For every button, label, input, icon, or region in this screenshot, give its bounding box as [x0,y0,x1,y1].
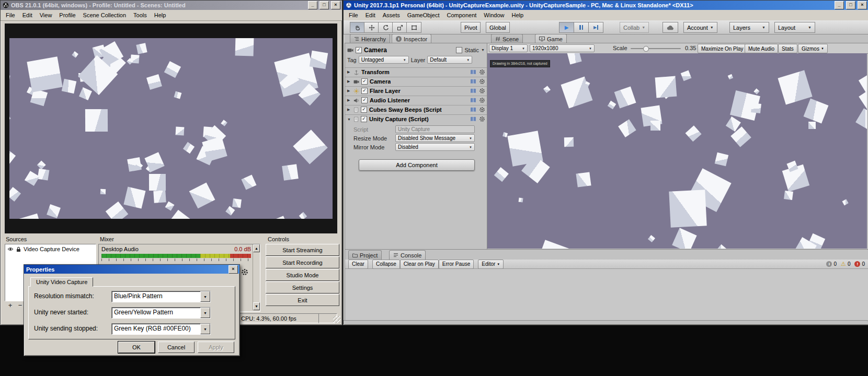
tab-inspector[interactable]: i Inspector [392,34,431,43]
editor-dropdown[interactable]: Editor▼ [478,260,504,269]
obs-menu-scene-collection[interactable]: Scene Collection [79,11,130,19]
obs-close-button[interactable]: × [331,1,340,9]
scroll-up-icon[interactable]: ▲ [253,244,260,252]
unity-minimize-button[interactable]: _ [835,1,844,9]
unity-maximize-button[interactable]: □ [846,1,855,9]
step-button[interactable]: ▶ [588,22,603,33]
dialog-titlebar[interactable]: Properties × [24,265,239,274]
layer-dropdown[interactable]: Default▼ [427,56,472,64]
mirror-mode-dropdown[interactable]: Disabled▼ [395,143,475,151]
start-recording-button[interactable]: Start Recording [266,256,339,268]
unity-menu-gameobject[interactable]: GameObject [404,11,443,19]
visibility-eye-icon[interactable] [7,246,14,252]
error-count[interactable]: !0 [854,261,865,267]
component-gear-icon[interactable] [479,97,485,103]
foldout-icon[interactable]: ▶ [347,98,351,102]
component-row-transform[interactable]: ▶ Transform [345,67,487,76]
help-book-icon[interactable] [470,88,476,93]
rect-tool-button[interactable] [406,22,421,33]
settings-button[interactable]: Settings [266,281,339,293]
unity-menu-file[interactable]: File [345,11,362,19]
layers-dropdown[interactable]: Layers▼ [729,22,769,33]
resolution-dropdown[interactable]: 1920x1080▼ [530,44,595,52]
game-viewport[interactable]: Drawing in 384x216, not captured [487,53,867,249]
move-tool-button[interactable] [364,22,379,33]
hand-tool-button[interactable] [350,22,365,33]
scale-slider-handle[interactable] [643,46,649,52]
global-toggle[interactable]: Global [486,22,510,33]
tab-unity-video-capture[interactable]: Unity Video Capture [30,277,93,287]
maximize-on-play-toggle[interactable]: Maximize On Play [698,44,747,53]
resize-grip[interactable] [333,316,340,323]
unity-never-started-select[interactable]: Green/Yellow Pattern ▼ [111,307,211,319]
obs-minimize-button[interactable]: _ [308,1,317,9]
cloud-services-button[interactable] [663,22,678,33]
display-dropdown[interactable]: Display 1▼ [489,44,528,52]
component-gear-icon[interactable] [479,88,485,94]
unity-menu-assets[interactable]: Assets [379,11,404,19]
gizmos-dropdown[interactable]: Gizmos▼ [798,44,828,53]
rotate-tool-button[interactable] [378,22,393,33]
unity-menu-help[interactable]: Help [508,11,527,19]
dialog-close-button[interactable]: × [229,265,238,274]
ok-button[interactable]: OK [118,342,155,353]
unity-menu-edit[interactable]: Edit [362,11,379,19]
component-gear-icon[interactable] [479,69,485,75]
obs-menu-edit[interactable]: Edit [19,11,36,19]
combo-arrow-icon[interactable]: ▼ [200,291,210,302]
help-book-icon[interactable] [470,79,476,84]
obs-preview-scene[interactable] [9,38,333,219]
static-checkbox[interactable] [456,47,462,53]
component-enabled-checkbox[interactable]: ✓ [361,78,368,85]
lock-icon[interactable] [16,246,21,252]
source-row-video-capture-device[interactable]: Video Capture Device [5,244,96,254]
scroll-down-icon[interactable]: ▼ [253,302,260,310]
obs-maximize-button[interactable]: □ [319,1,329,9]
component-enabled-checkbox[interactable]: ✓ [361,88,368,94]
info-count[interactable]: i0 [826,261,837,267]
component-enabled-checkbox[interactable]: ✓ [361,97,368,103]
scale-tool-button[interactable] [392,22,407,33]
help-book-icon[interactable] [470,116,476,122]
tab-console[interactable]: Console [389,250,426,260]
clear-on-play-toggle[interactable]: Clear on Play [400,260,439,269]
obs-menu-profile[interactable]: Profile [55,11,79,19]
play-button[interactable]: ▶ [559,22,574,33]
combo-arrow-icon[interactable]: ▼ [200,308,210,318]
object-name-field[interactable]: Camera [364,46,387,54]
tab-project[interactable]: Project [348,250,382,260]
obs-menu-tools[interactable]: Tools [130,11,151,19]
unity-menu-component[interactable]: Component [443,11,480,19]
mute-audio-toggle[interactable]: Mute Audio [745,44,778,53]
help-book-icon[interactable] [470,107,476,112]
layout-dropdown[interactable]: Layout▼ [774,22,815,33]
component-row-unity-capture[interactable]: ▼ ✓ Unity Capture (Script) [345,114,487,123]
pause-button[interactable] [574,22,589,33]
foldout-icon[interactable]: ▶ [347,79,351,84]
account-dropdown[interactable]: Account▼ [683,22,717,33]
cancel-button[interactable]: Cancel [158,342,195,353]
tab-scene[interactable]: Scene [491,34,523,43]
unity-close-button[interactable]: × [858,1,867,9]
add-component-button[interactable]: Add Component [359,159,475,171]
resolution-mismatch-select[interactable]: Blue/Pink Pattern ▼ [111,291,211,302]
start-streaming-button[interactable]: Start Streaming [266,244,339,256]
component-gear-icon[interactable] [479,78,485,85]
tab-hierarchy[interactable]: Hierarchy [350,34,390,43]
obs-menu-view[interactable]: View [36,11,56,19]
tab-game[interactable]: Game [535,34,567,43]
component-enabled-checkbox[interactable]: ✓ [361,116,367,122]
component-row-cubes-sway-beeps[interactable]: ▶ ✓ Cubes Sway Beeps (Script [345,105,487,114]
component-gear-icon[interactable] [479,116,485,122]
foldout-icon[interactable]: ▶ [347,70,351,74]
foldout-open-icon[interactable]: ▼ [347,118,351,121]
component-row-flare-layer[interactable]: ▶ ✓ Flare Layer [345,86,487,95]
enabled-checkbox[interactable]: ✓ [356,47,362,53]
unity-sending-stopped-select[interactable]: Green Key (RGB #00FE00) ▼ [111,323,211,335]
component-gear-icon[interactable] [479,107,485,113]
combo-arrow-icon[interactable]: ▼ [200,324,210,334]
studio-mode-button[interactable]: Studio Mode [266,269,339,281]
error-pause-toggle[interactable]: Error Pause [439,260,474,269]
pivot-toggle[interactable]: Pivot [461,22,481,33]
mixer-scrollbar[interactable]: ▲ ▼ [253,244,260,310]
